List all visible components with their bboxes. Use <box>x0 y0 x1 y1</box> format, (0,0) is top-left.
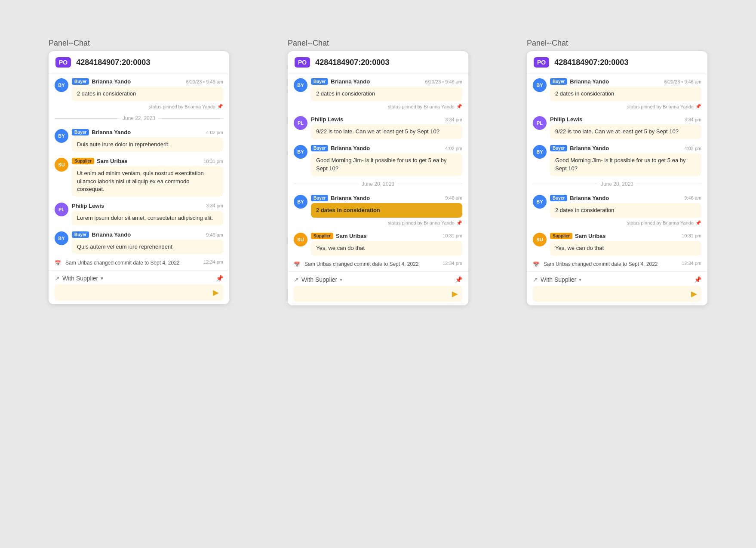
with-supplier-label-1[interactable]: With Supplier <box>62 275 98 282</box>
calendar-icon-3: 📅 <box>533 262 539 268</box>
footer-left-3: ↗With Supplier ▾ <box>533 276 581 283</box>
msg-content-3-first-0: BuyerBrianna Yando6/20/23 • 9:46 am2 dat… <box>550 78 701 101</box>
role-badge-2-second-0: Buyer <box>311 195 328 201</box>
msg-header-3-first-1: Philip Lewis3:34 pm <box>550 116 701 123</box>
msg-name-3-first-0: Brianna Yando <box>570 78 609 85</box>
chevron-down-icon-3[interactable]: ▾ <box>579 277 581 283</box>
msg-row-2-first-1: PLPhilip Lewis3:34 pm9/22 is too late. C… <box>288 112 468 141</box>
msg-content-3-second-1: SupplierSam Uribas10:31 pmYes, we can do… <box>550 233 701 256</box>
msg-name-1-second-2: Philip Lewis <box>72 203 104 209</box>
msg-row-1-second-3: BYBuyerBrianna Yando9:46 amQuis autem ve… <box>49 227 229 256</box>
msg-row-1-first-0: BYBuyerBrianna Yando6/20/23 • 9:46 am2 d… <box>49 74 229 103</box>
avatar-3-first-1: PL <box>533 116 547 130</box>
msg-bubble-3-second-1: Yes, we can do that <box>550 241 701 256</box>
pinned-note-3-first-0: status pinned by Brianna Yando 📌 <box>527 103 707 112</box>
role-badge-1-second-3: Buyer <box>72 231 89 238</box>
msg-content-2-first-0: BuyerBrianna Yando6/20/23 • 9:46 am2 dat… <box>311 78 462 101</box>
panel-label-1: Panel--Chat <box>49 39 90 48</box>
msg-name-2-first-2: Brianna Yando <box>331 145 370 151</box>
role-badge-3-second-0: Buyer <box>550 195 567 201</box>
msg-name-1-second-1: Sam Uribas <box>97 158 128 164</box>
msg-time-2-first-1: 3:34 pm <box>445 117 462 122</box>
external-link-icon-1: ↗ <box>55 275 60 282</box>
panel-wrapper-3: Panel--ChatPO4284184907:20:0003BYBuyerBr… <box>527 39 707 305</box>
msg-bubble-3-second-0: 2 dates in consideration <box>550 203 701 218</box>
msg-content-1-second-3: BuyerBrianna Yando9:46 amQuis autem vel … <box>72 231 223 254</box>
msg-name-3-first-1: Philip Lewis <box>550 116 582 123</box>
msg-content-1-second-2: Philip Lewis3:34 pmLorem ipsum dolor sit… <box>72 203 223 225</box>
po-header-1: PO4284184907:20:0003 <box>49 51 229 74</box>
msg-content-2-second-0: BuyerBrianna Yando9:46 am2 dates in cons… <box>311 195 462 218</box>
chat-area-3: BYBuyerBrianna Yando6/20/23 • 9:46 am2 d… <box>527 74 707 271</box>
panel-2: PO4284184907:20:0003BYBuyerBrianna Yando… <box>288 51 468 305</box>
msg-header-3-first-0: BuyerBrianna Yando6/20/23 • 9:46 am <box>550 78 701 85</box>
msg-row-3-second-0: BYBuyerBrianna Yando9:46 am2 dates in co… <box>527 191 707 219</box>
msg-header-1-second-3: BuyerBrianna Yando9:46 am <box>72 231 223 238</box>
msg-content-3-first-2: BuyerBrianna Yando4:02 pmGood Morning Ji… <box>550 145 701 175</box>
send-button-2[interactable]: ▶ <box>452 289 458 299</box>
avatar-3-second-1: SU <box>533 233 547 246</box>
role-badge-3-first-0: Buyer <box>550 78 567 85</box>
msg-row-2-second-1: SUSupplierSam Uribas10:31 pmYes, we can … <box>288 228 468 257</box>
panels-row: Panel--ChatPO4284184907:20:0003BYBuyerBr… <box>26 39 730 305</box>
chat-footer-1: ↗With Supplier ▾📌▶ <box>49 270 229 304</box>
avatar-2-first-0: BY <box>294 78 307 92</box>
msg-bubble-2-first-0: 2 dates in consideration <box>311 86 462 101</box>
pinned-note-2-first-0: status pinned by Brianna Yando 📌 <box>288 103 468 112</box>
role-badge-1-first-0: Buyer <box>72 78 89 85</box>
chevron-down-icon-1[interactable]: ▾ <box>101 275 103 281</box>
msg-bubble-1-second-2: Lorem ipsum dolor sit amet, consectetur … <box>72 211 223 225</box>
chat-footer-2: ↗With Supplier ▾📌▶ <box>288 271 468 305</box>
panel-label-2: Panel--Chat <box>288 39 329 48</box>
msg-header-2-first-0: BuyerBrianna Yando6/20/23 • 9:46 am <box>311 78 462 85</box>
msg-time-3-first-0: 6/20/23 • 9:46 am <box>664 79 701 84</box>
panel-wrapper-1: Panel--ChatPO4284184907:20:0003BYBuyerBr… <box>49 39 229 304</box>
msg-row-1-second-2: PLPhilip Lewis3:34 pmLorem ipsum dolor s… <box>49 198 229 227</box>
avatar-1-second-3: BY <box>55 231 68 245</box>
footer-input-row-2: ▶ <box>294 286 462 302</box>
chevron-down-icon-2[interactable]: ▾ <box>340 277 342 283</box>
msg-name-1-second-3: Brianna Yando <box>92 231 131 238</box>
avatar-3-first-0: BY <box>533 78 547 92</box>
footer-top-1: ↗With Supplier ▾📌 <box>55 275 223 282</box>
msg-row-2-first-0: BYBuyerBrianna Yando6/20/23 • 9:46 am2 d… <box>288 74 468 103</box>
pinned-note-1-first-0: status pinned by Brianna Yando 📌 <box>49 103 229 112</box>
msg-time-3-first-1: 3:34 pm <box>684 117 701 122</box>
msg-time-3-first-2: 4:02 pm <box>684 146 701 151</box>
msg-header-1-second-1: SupplierSam Uribas10:31 pm <box>72 158 223 164</box>
msg-bubble-3-first-0: 2 dates in consideration <box>550 86 701 101</box>
po-header-2: PO4284184907:20:0003 <box>288 51 468 74</box>
msg-bubble-3-first-2: Good Morning Jim- is it possible for us … <box>550 153 701 175</box>
chat-area-1: BYBuyerBrianna Yando6/20/23 • 9:46 am2 d… <box>49 74 229 270</box>
panel-label-3: Panel--Chat <box>527 39 568 48</box>
footer-input-row-3: ▶ <box>533 286 701 302</box>
with-supplier-label-2[interactable]: With Supplier <box>301 276 337 283</box>
with-supplier-label-3[interactable]: With Supplier <box>541 276 576 283</box>
msg-name-1-first-0: Brianna Yando <box>92 78 131 85</box>
msg-bubble-2-first-2: Good Morning Jim- is it possible for us … <box>311 153 462 175</box>
send-button-3[interactable]: ▶ <box>691 289 697 299</box>
role-badge-1-second-0: Buyer <box>72 129 89 135</box>
msg-time-3-second-0: 9:46 am <box>684 195 701 200</box>
msg-content-3-second-0: BuyerBrianna Yando9:46 am2 dates in cons… <box>550 195 701 218</box>
msg-time-2-first-0: 6/20/23 • 9:46 am <box>425 79 462 84</box>
chat-area-2: BYBuyerBrianna Yando6/20/23 • 9:46 am2 d… <box>288 74 468 271</box>
msg-header-3-second-0: BuyerBrianna Yando9:46 am <box>550 195 701 201</box>
msg-row-2-first-2: BYBuyerBrianna Yando4:02 pmGood Morning … <box>288 141 468 177</box>
po-badge-2: PO <box>295 57 310 68</box>
date-divider-1: June 22, 2023 <box>49 112 229 125</box>
msg-bubble-1-second-1: Ut enim ad minim veniam, quis nostrud ex… <box>72 166 223 197</box>
avatar-1-second-1: SU <box>55 158 68 172</box>
msg-header-1-second-2: Philip Lewis3:34 pm <box>72 203 223 209</box>
role-badge-1-second-1: Supplier <box>72 158 94 164</box>
send-button-1[interactable]: ▶ <box>213 288 219 297</box>
msg-name-2-first-0: Brianna Yando <box>331 78 370 85</box>
msg-row-3-second-1: SUSupplierSam Uribas10:31 pmYes, we can … <box>527 228 707 257</box>
msg-content-1-second-1: SupplierSam Uribas10:31 pmUt enim ad min… <box>72 158 223 197</box>
msg-content-2-first-2: BuyerBrianna Yando4:02 pmGood Morning Ji… <box>311 145 462 175</box>
msg-content-2-first-1: Philip Lewis3:34 pm9/22 is too late. Can… <box>311 116 462 139</box>
msg-row-2-second-0: BYBuyerBrianna Yando9:46 am2 dates in co… <box>288 191 468 219</box>
msg-header-2-second-0: BuyerBrianna Yando9:46 am <box>311 195 462 201</box>
footer-left-1: ↗With Supplier ▾ <box>55 275 103 282</box>
pin-footer-icon-1: 📌 <box>216 275 223 282</box>
